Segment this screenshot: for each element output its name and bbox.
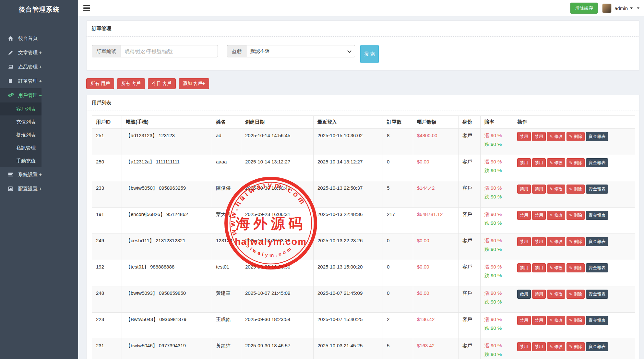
- rate-down-label: 跌:90 %: [484, 220, 509, 226]
- cell-created: 2025-10-14 14:56:45: [241, 129, 314, 155]
- sidebar-subitem-withdraw-list[interactable]: 提現列表: [0, 128, 78, 141]
- all-users-button[interactable]: 所有 用戶: [86, 78, 114, 89]
- disable-button[interactable]: 禁用: [532, 132, 546, 141]
- sidebar-subitem-recharge-list[interactable]: 充值列表: [0, 115, 78, 128]
- clear-cache-button[interactable]: 清除緩存: [570, 3, 598, 14]
- cell-role: 客戶: [459, 286, 481, 313]
- edit-button[interactable]: ✎修改: [547, 263, 565, 272]
- sidebar-subitem-private-message[interactable]: 私訊管理: [0, 141, 78, 154]
- delete-button[interactable]: ✎刪除: [566, 158, 585, 167]
- edit-button[interactable]: ✎修改: [547, 342, 565, 351]
- disable-button[interactable]: 禁用: [517, 132, 531, 141]
- edit-button[interactable]: ✎修改: [547, 132, 565, 141]
- col-account: 帳號(手機): [122, 116, 212, 129]
- sidebar-item-orders[interactable]: 訂單管理 +: [0, 74, 78, 88]
- delete-button[interactable]: ✎刪除: [566, 342, 585, 351]
- pencil-icon: ✎: [569, 161, 572, 165]
- cell-user-id: 250: [92, 155, 122, 181]
- disable-button[interactable]: 禁用: [517, 237, 531, 246]
- cell-created: 2025-09-30 18:50:42: [241, 181, 314, 208]
- edit-button[interactable]: ✎修改: [547, 316, 565, 325]
- disable-button[interactable]: 禁用: [517, 316, 531, 325]
- disable-button[interactable]: 禁用: [517, 263, 531, 272]
- profit-select[interactable]: 默認不選: [246, 45, 355, 57]
- sidebar-subitem-label: 私訊管理: [16, 145, 36, 151]
- edit-button[interactable]: ✎修改: [547, 237, 565, 246]
- fund-report-button[interactable]: 資金報表: [586, 211, 608, 220]
- delete-button[interactable]: ✎刪除: [566, 237, 585, 246]
- cell-user-id: 192: [92, 260, 122, 286]
- cell-orders: 2: [383, 313, 413, 339]
- sidebar-subitem-customer-list[interactable]: 客戶列表: [0, 102, 78, 115]
- fund-report-button[interactable]: 資金報表: [586, 290, 608, 299]
- delete-button[interactable]: ✎刪除: [566, 263, 585, 272]
- cell-last-login: 2025-10-13 15:00:20: [314, 260, 383, 286]
- chevron-down-icon: [347, 49, 352, 53]
- cell-user-id: 248: [92, 286, 122, 313]
- fund-report-button[interactable]: 資金報表: [586, 342, 608, 351]
- rate-down-label: 跌:90 %: [484, 246, 509, 253]
- disable-button[interactable]: 禁用: [532, 316, 546, 325]
- delete-button[interactable]: ✎刪除: [566, 290, 585, 299]
- cell-balance: $648781.12: [413, 208, 459, 234]
- enable-button[interactable]: 啟用: [517, 290, 531, 299]
- delete-button[interactable]: ✎刪除: [566, 316, 585, 325]
- delete-button[interactable]: ✎刪除: [566, 185, 585, 194]
- delete-button[interactable]: ✎刪除: [566, 211, 585, 220]
- disable-button[interactable]: 禁用: [532, 237, 546, 246]
- disable-button[interactable]: 禁用: [532, 290, 546, 299]
- main-content: 訂單管理 訂單編號 盈虧 默認不選 搜 索 所有 用戶 所有 客戶 今日 客戶 …: [78, 16, 644, 359]
- edit-button[interactable]: ✎修改: [547, 211, 565, 220]
- all-customers-button[interactable]: 所有 客戶: [117, 78, 145, 89]
- edit-button[interactable]: ✎修改: [547, 158, 565, 167]
- disable-button[interactable]: 禁用: [517, 342, 531, 351]
- caret-down-icon[interactable]: [630, 7, 633, 9]
- disable-button[interactable]: 禁用: [532, 263, 546, 272]
- disable-button[interactable]: 禁用: [532, 342, 546, 351]
- sidebar-item-system-settings[interactable]: 系統設置 +: [0, 167, 78, 182]
- edit-button[interactable]: ✎修改: [547, 185, 565, 194]
- cell-role: 客戶: [459, 260, 481, 286]
- cell-name: 黃建華: [212, 286, 241, 313]
- add-customer-button[interactable]: 添加 客戶+: [179, 78, 209, 89]
- fund-report-button[interactable]: 資金報表: [586, 316, 608, 325]
- disable-button[interactable]: 禁用: [532, 211, 546, 220]
- disable-button[interactable]: 禁用: [532, 158, 546, 167]
- sidebar-subitem-label: 提現列表: [16, 132, 36, 138]
- sidebar-subitem-manual-recharge[interactable]: 手動充值: [0, 154, 78, 167]
- disable-button[interactable]: 禁用: [517, 185, 531, 194]
- disable-button[interactable]: 禁用: [532, 185, 546, 194]
- fund-report-button[interactable]: 資金報表: [586, 263, 608, 272]
- sidebar-subitem-label: 手動充值: [16, 158, 36, 164]
- fund-report-button[interactable]: 資金報表: [586, 185, 608, 194]
- keyword-input[interactable]: [121, 45, 218, 57]
- topbar-right: 清除緩存 admin: [570, 0, 639, 16]
- avatar[interactable]: [602, 4, 612, 13]
- sidebar-item-products[interactable]: 產品管理 +: [0, 60, 78, 74]
- fund-report-button[interactable]: 資金報表: [586, 158, 608, 167]
- col-last-login: 最近登入: [314, 116, 383, 129]
- cell-created: 2025-09-30 18:46:57: [241, 339, 314, 359]
- sidebar-item-articles[interactable]: 文章管理 +: [0, 45, 78, 60]
- today-customers-button[interactable]: 今日 客戶: [148, 78, 176, 89]
- cell-orders: 0: [383, 234, 413, 260]
- disable-button[interactable]: 禁用: [517, 211, 531, 220]
- disable-button[interactable]: 禁用: [517, 158, 531, 167]
- rate-up-label: 漲:90 %: [484, 185, 509, 191]
- username-label[interactable]: admin: [614, 6, 628, 11]
- sidebar-item-label: 用戶管理 −: [18, 92, 42, 99]
- delete-button[interactable]: ✎刪除: [566, 132, 585, 141]
- search-button[interactable]: 搜 索: [360, 45, 379, 63]
- cell-rate: 漲:90 % 跌:90 %: [481, 181, 513, 208]
- caret-down-icon[interactable]: [637, 7, 639, 9]
- menu-toggle-button[interactable]: [78, 0, 95, 16]
- fund-report-button[interactable]: 資金報表: [586, 132, 608, 141]
- cell-last-login: 2025-10-13 22:23:26: [314, 234, 383, 260]
- table-row: 249 【ceshi111】 21312312321 123123 2025-1…: [92, 234, 635, 260]
- sidebar-item-config-settings[interactable]: 配置設置 +: [0, 182, 78, 196]
- sidebar-item-home[interactable]: 後台首頁: [0, 31, 78, 45]
- fund-report-button[interactable]: 資金報表: [586, 237, 608, 246]
- edit-button[interactable]: ✎修改: [547, 290, 565, 299]
- sidebar-item-users[interactable]: 用戶管理 −: [0, 88, 78, 102]
- cell-created: 2025-10-07 21:45:09: [241, 286, 314, 313]
